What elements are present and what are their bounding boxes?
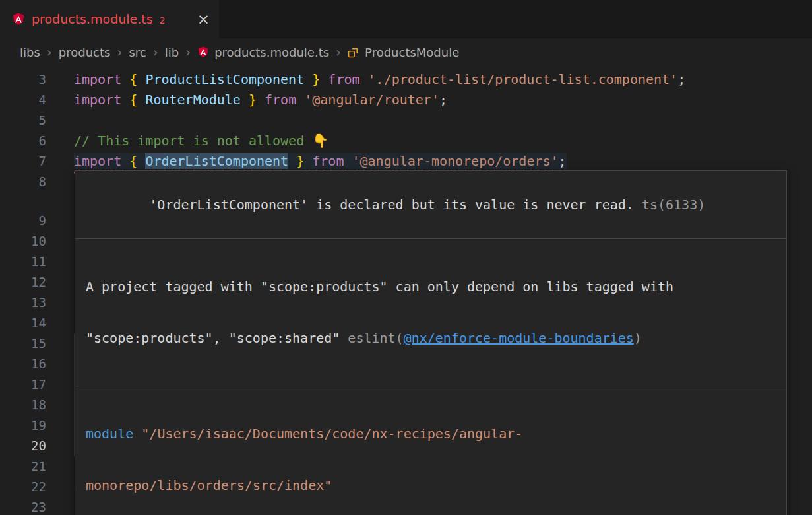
eslint-source-prefix: eslint( bbox=[340, 330, 403, 346]
breadcrumb-label: ProductsModule bbox=[365, 46, 459, 59]
chevron-right-icon: › bbox=[117, 46, 122, 59]
line-number[interactable]: 5 bbox=[0, 110, 46, 131]
chevron-right-icon: › bbox=[153, 46, 158, 59]
ts-error-code: ts(6133) bbox=[634, 197, 705, 213]
line-number[interactable]: 21 bbox=[0, 456, 46, 477]
line-number[interactable]: 17 bbox=[0, 374, 46, 395]
eslint-source-suffix: ) bbox=[634, 330, 642, 346]
tab-title: products.module.ts bbox=[32, 12, 153, 26]
breadcrumb: libs›products›src›lib›products.module.ts… bbox=[0, 38, 812, 66]
line-number[interactable]: 6 bbox=[0, 131, 46, 151]
breadcrumb-item-lib[interactable]: lib bbox=[165, 46, 179, 59]
hover-ts-error: 'OrderListComponent' is declared but its… bbox=[75, 171, 786, 238]
line-number[interactable]: 15 bbox=[0, 333, 46, 354]
eslint-rule-link[interactable]: @nx/enforce-module-boundaries bbox=[404, 330, 634, 346]
hover-eslint-error: A project tagged with "scope:products" c… bbox=[75, 238, 786, 386]
vscode-window: products.module.ts 2 × libs›products›src… bbox=[0, 0, 812, 515]
module-path-line2: monorepo/libs/orders/src/index" bbox=[86, 477, 332, 493]
breadcrumb-label: products.module.ts bbox=[214, 46, 329, 59]
breadcrumb-item-products-module-ts[interactable]: products.module.ts bbox=[197, 46, 329, 59]
hover-module-info: module "/Users/isaac/Documents/code/nx-r… bbox=[75, 386, 786, 515]
breadcrumb-item-libs[interactable]: libs bbox=[20, 46, 40, 59]
breadcrumb-item-productsmodule[interactable]: ProductsModule bbox=[348, 46, 459, 59]
code-line-3[interactable]: 3import { ProductListComponent } from '.… bbox=[0, 69, 812, 90]
code-line-7[interactable]: 7import { OrderListComponent } from '@an… bbox=[0, 151, 812, 172]
line-number[interactable]: 23 bbox=[0, 497, 46, 515]
eslint-message-line2: "scope:products", "scope:shared" bbox=[86, 330, 340, 346]
chevron-right-icon: › bbox=[47, 46, 52, 59]
line-number[interactable]: 11 bbox=[0, 252, 46, 272]
line-number[interactable]: 16 bbox=[0, 354, 46, 374]
line-number[interactable]: 8 bbox=[0, 172, 46, 192]
line-number[interactable]: 13 bbox=[0, 292, 46, 313]
line-number[interactable]: 19 bbox=[0, 415, 46, 436]
angular-icon bbox=[197, 46, 209, 58]
chevron-right-icon: › bbox=[185, 46, 191, 59]
breadcrumb-label: src bbox=[129, 46, 146, 59]
breadcrumb-label: libs bbox=[20, 46, 40, 59]
line-number[interactable]: 7 bbox=[0, 151, 46, 172]
close-icon[interactable]: × bbox=[197, 12, 210, 27]
line-number[interactable]: 22 bbox=[0, 477, 46, 497]
breadcrumb-label: products bbox=[59, 46, 111, 59]
line-number[interactable]: 14 bbox=[0, 313, 46, 333]
line-number[interactable]: 3 bbox=[0, 69, 46, 90]
module-path-line1: "/Users/isaac/Documents/code/nx-recipes/… bbox=[141, 426, 522, 442]
breadcrumb-item-products[interactable]: products bbox=[59, 46, 111, 59]
line-number[interactable]: 18 bbox=[0, 395, 46, 415]
line-number[interactable]: 10 bbox=[0, 231, 46, 252]
angular-icon bbox=[12, 13, 25, 26]
module-keyword: module bbox=[86, 426, 141, 442]
problem-hover-popup: 'OrderListComponent' is declared but its… bbox=[75, 170, 787, 515]
chevron-right-icon: › bbox=[336, 46, 341, 59]
ts-error-message: 'OrderListComponent' is declared but its… bbox=[149, 197, 634, 213]
code-line-5[interactable]: 5 bbox=[0, 110, 812, 131]
code-editor: 3import { ProductListComponent } from '.… bbox=[0, 66, 812, 515]
line-number[interactable]: 20 bbox=[0, 436, 46, 456]
line-number[interactable]: 12 bbox=[0, 272, 46, 292]
problem-count-badge: 2 bbox=[160, 15, 166, 26]
breadcrumb-item-src[interactable]: src bbox=[129, 46, 146, 59]
code-line-4[interactable]: 4import { RouterModule } from '@angular/… bbox=[0, 90, 812, 110]
line-number[interactable]: 9 bbox=[0, 211, 46, 231]
eslint-message-line1: A project tagged with "scope:products" c… bbox=[86, 279, 673, 294]
line-number[interactable]: 4 bbox=[0, 90, 46, 110]
tab-bar: products.module.ts 2 × bbox=[0, 0, 812, 38]
tab-products-module-ts[interactable]: products.module.ts 2 × bbox=[0, 0, 219, 38]
breadcrumb-label: lib bbox=[165, 46, 179, 59]
code-line-6[interactable]: 6// This import is not allowed 👇 bbox=[0, 131, 812, 151]
class-icon bbox=[348, 46, 359, 58]
